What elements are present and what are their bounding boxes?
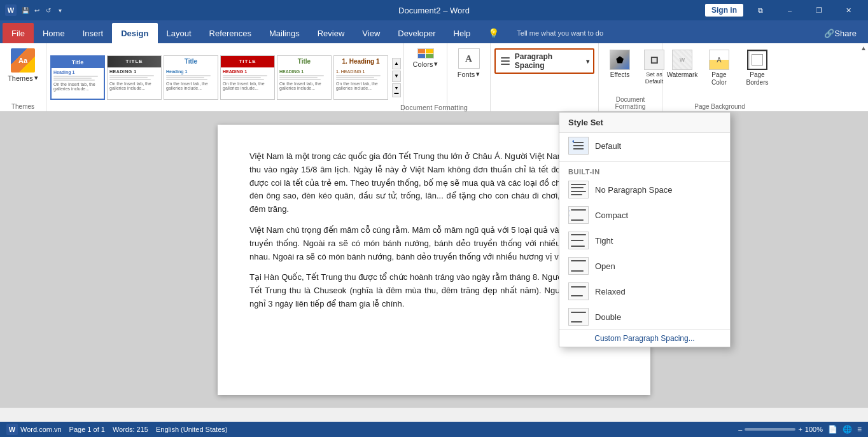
open-label: Open <box>595 261 615 271</box>
share-button[interactable]: 🔗 Share <box>815 23 865 43</box>
theme-thumb-6[interactable]: 1. Heading 1 1. HEADING 1 On the Insert … <box>333 55 388 100</box>
zoom-slider[interactable] <box>745 428 795 431</box>
title-bar-right: Sign in ⧉ – ❐ ✕ <box>705 0 863 20</box>
fonts-button[interactable]: A Fonts ▾ <box>450 46 488 81</box>
colors-button[interactable]: Colors ▾ <box>407 46 445 71</box>
ribbon-content: Aa Themes ▾ Themes Title Heading 1 <box>0 43 868 112</box>
dropdown-item-relaxed[interactable]: Relaxed <box>559 279 730 304</box>
dropdown-item-compact[interactable]: ↑ ↓ Compact <box>559 202 730 228</box>
tab-home[interactable]: Home <box>34 23 74 43</box>
page-info: Page 1 of 1 <box>69 426 105 433</box>
tab-insert[interactable]: Insert <box>74 23 113 43</box>
tab-help[interactable]: Help <box>445 23 480 43</box>
paragraph-spacing-arrow: ▾ <box>586 58 589 65</box>
gallery-down-arrow[interactable]: ▼ <box>392 71 401 82</box>
dropdown-item-double[interactable]: Double <box>559 304 730 329</box>
help-icon-btn[interactable]: 💡 <box>479 23 508 43</box>
tab-mailings[interactable]: Mailings <box>260 23 309 43</box>
page-background-label: Page Background <box>666 103 773 111</box>
tab-view[interactable]: View <box>353 23 389 43</box>
restore-button[interactable]: ❐ <box>804 0 834 20</box>
colors-group-label <box>408 110 443 111</box>
tight-label: Tight <box>595 236 613 246</box>
restore-window-button[interactable]: ⧉ <box>746 0 775 20</box>
theme-thumb-2[interactable]: TITLE HEADING 1 On the Insert tab, the g… <box>107 55 162 100</box>
page-borders-label: Page Borders <box>743 71 772 87</box>
gallery-up-arrow[interactable]: ▲ <box>392 58 401 69</box>
color-swatch-1 <box>418 49 426 53</box>
status-bar-bottom: W Word.com.vn Page 1 of 1 Words: 215 Eng… <box>0 422 868 437</box>
tab-file[interactable]: File <box>3 23 34 43</box>
effects-button[interactable]: ⬟ Effects <box>603 47 637 96</box>
tab-design[interactable]: Design <box>112 23 157 43</box>
paragraph-spacing-label: Paragraph Spacing <box>515 52 584 70</box>
themes-group: Aa Themes ▾ Themes <box>0 43 46 111</box>
color-swatch-4 <box>426 54 433 59</box>
tell-me-input[interactable]: Tell me what you want to do <box>508 23 635 43</box>
word-count: Words: 215 <box>113 426 148 433</box>
title-bar-left: W 💾 ↩ ↺ ▾ <box>5 4 65 16</box>
gallery-more-arrow[interactable]: ▼▬ <box>392 83 401 97</box>
page-color-icon: A <box>709 50 729 70</box>
dropdown-item-tight[interactable]: Tight <box>559 228 730 253</box>
tab-layout[interactable]: Layout <box>158 23 200 43</box>
page-borders-button[interactable]: Page Borders <box>740 47 774 89</box>
dropdown-divider-1 <box>559 161 730 162</box>
dropdown-item-open[interactable]: Open <box>559 253 730 279</box>
undo-button[interactable]: ↩ <box>32 5 42 15</box>
relaxed-icon <box>568 282 589 300</box>
page-color-button[interactable]: A PageColor <box>702 47 736 89</box>
word-icon: W <box>5 4 17 16</box>
close-button[interactable]: ✕ <box>834 0 863 20</box>
colors-group: Colors ▾ <box>404 43 447 111</box>
svg-rect-1 <box>573 145 584 146</box>
redo-button[interactable]: ↺ <box>43 5 53 15</box>
color-swatch-3 <box>418 54 426 59</box>
effects-label: Effects <box>610 71 629 79</box>
theme-thumb-1[interactable]: Title Heading 1 On the Insert tab, the g… <box>50 55 105 100</box>
theme-thumb-4[interactable]: TITLE HEADING 1 On the Insert tab, the g… <box>220 55 275 100</box>
page-color-label: PageColor <box>711 71 727 87</box>
fonts-group-label <box>451 110 486 111</box>
default-icon <box>568 137 589 155</box>
view-mode-web[interactable]: 🌐 <box>843 425 852 434</box>
custom-paragraph-spacing-link[interactable]: Custom Paragraph Spacing... <box>559 329 730 347</box>
color-swatch-2 <box>426 49 433 53</box>
dropdown-header: Style Set <box>559 113 730 133</box>
save-button[interactable]: 💾 <box>20 5 31 15</box>
zoom-in-button[interactable]: + <box>798 426 802 433</box>
fonts-dropdown-arrow: ▾ <box>476 70 480 78</box>
word-website: Word.com.vn <box>20 426 62 433</box>
watermark-label: Watermark <box>667 71 698 79</box>
fonts-icon: A <box>458 48 480 69</box>
themes-icon: Aa <box>11 48 35 73</box>
view-mode-print[interactable]: 📄 <box>828 425 837 434</box>
paragraph-spacing-button[interactable]: Paragraph Spacing ▾ <box>494 48 594 74</box>
paragraph-spacing-icon <box>500 55 512 67</box>
tab-review[interactable]: Review <box>309 23 354 43</box>
themes-label: Themes <box>8 74 33 82</box>
theme-thumb-3[interactable]: Title Heading 1 On the Insert tab, the g… <box>164 55 218 100</box>
themes-gallery: Title Heading 1 On the Insert tab, the g… <box>46 43 404 111</box>
zoom-out-button[interactable]: – <box>738 426 742 433</box>
theme-thumb-5[interactable]: Title HEADING 1 On the Insert tab, the g… <box>277 55 332 100</box>
themes-button[interactable]: Aa Themes ▾ <box>4 46 42 85</box>
ribbon-collapse-button[interactable]: ▲ <box>860 45 867 52</box>
colors-label: Colors <box>413 60 433 68</box>
tab-developer[interactable]: Developer <box>389 23 444 43</box>
double-label: Double <box>595 312 621 322</box>
sign-in-button[interactable]: Sign in <box>705 4 743 17</box>
minimize-button[interactable]: – <box>775 0 804 20</box>
themes-group-label: Themes <box>11 103 34 111</box>
paragraph-spacing-group: Paragraph Spacing ▾ <box>491 43 599 111</box>
watermark-button[interactable]: W Watermark <box>666 47 698 89</box>
view-mode-outline[interactable]: ≡ <box>857 425 862 434</box>
status-left: W Word.com.vn Page 1 of 1 Words: 215 Eng… <box>6 424 227 435</box>
dropdown-item-default[interactable]: Default <box>559 133 730 158</box>
dropdown-item-no-para[interactable]: No Paragraph Space <box>559 177 730 202</box>
compact-icon: ↑ ↓ <box>568 206 589 224</box>
customize-button[interactable]: ▾ <box>55 5 65 15</box>
ribbon-tabs-bar: File Home Insert Design Layout Reference… <box>0 20 868 43</box>
tab-references[interactable]: References <box>200 23 260 43</box>
gallery-scroll-arrows: ▲ ▼ ▼▬ <box>391 55 402 100</box>
